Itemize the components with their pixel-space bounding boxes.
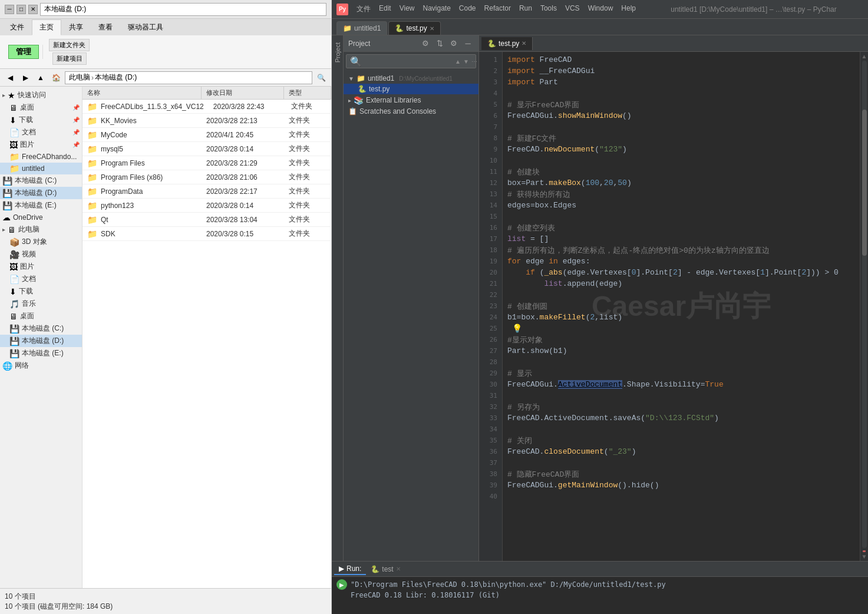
code-line bbox=[503, 390, 860, 401]
search-options-icon[interactable]: ⋯ bbox=[471, 58, 477, 65]
sidebar-item-downloads[interactable]: ⬇ 下载 📌 bbox=[0, 114, 82, 126]
up-button[interactable]: ▲ bbox=[34, 71, 47, 84]
project-settings-btn[interactable]: ⚙ bbox=[420, 38, 431, 49]
code-line: FreeCADGui.showMainWindow() bbox=[503, 110, 860, 121]
ribbon-new-item-btn[interactable]: 新建项目 bbox=[52, 52, 87, 65]
bulb-icon[interactable]: 💡 bbox=[512, 323, 522, 334]
project-sort-btn[interactable]: ⇅ bbox=[434, 38, 445, 49]
quick-access-btn[interactable]: ─ bbox=[5, 5, 14, 14]
sidebar-item-video[interactable]: 🎥 视频 bbox=[0, 248, 82, 260]
file-row[interactable]: 📁 python123 2020/3/28 0:14 文件夹 bbox=[82, 199, 331, 213]
home-button[interactable]: 🏠 bbox=[49, 71, 62, 84]
ribbon-tab-home[interactable]: 主页 bbox=[32, 19, 61, 35]
scroll-thumb[interactable] bbox=[862, 110, 867, 256]
scroll-track[interactable] bbox=[862, 61, 867, 548]
editor-tab-testpy[interactable]: 🐍 test.py ✕ bbox=[481, 37, 533, 50]
sidebar-item-e2[interactable]: 💾 本地磁盘 (E:) bbox=[0, 347, 82, 359]
search-down-icon[interactable]: ▼ bbox=[463, 58, 469, 65]
address-bar[interactable]: 此电脑 › 本地磁盘 (D:) bbox=[65, 71, 312, 84]
sidebar-item-freecad[interactable]: 📁 FreeCADhando... bbox=[0, 151, 82, 163]
run-test-close[interactable]: ✕ bbox=[396, 566, 401, 572]
scroll-up-arrow[interactable]: ▲ bbox=[862, 53, 867, 60]
search-button[interactable]: 🔍 bbox=[315, 71, 328, 84]
run-tab-run[interactable]: ▶ Run: bbox=[334, 563, 366, 575]
run-tab-test[interactable]: 🐍 test ✕ bbox=[366, 564, 405, 575]
sidebar-item-desktop2[interactable]: 🖥 桌面 bbox=[0, 310, 82, 322]
onedrive-icon: ☁ bbox=[2, 213, 11, 222]
search-up-icon[interactable]: ▲ bbox=[455, 58, 461, 65]
file-row[interactable]: 📁 Program Files (x86) 2020/3/28 21:06 文件… bbox=[82, 170, 331, 184]
file-row[interactable]: 📁 Program Files 2020/3/28 21:29 文件夹 bbox=[82, 156, 331, 170]
file-row[interactable]: 📁 FreeCADLibs_11.5.3_x64_VC12 2020/3/28 … bbox=[82, 100, 331, 114]
proj-item-external-libs[interactable]: ▸ 📚 External Libraries bbox=[344, 94, 478, 106]
ribbon-tab-file[interactable]: 文件 bbox=[2, 19, 32, 35]
sidebar-item-music[interactable]: 🎵 音乐 bbox=[0, 298, 82, 310]
menu-vcs[interactable]: VCS bbox=[562, 3, 583, 15]
sidebar-item-network[interactable]: 🌐 网络 bbox=[0, 359, 82, 372]
sidebar-item-quick-access[interactable]: ▸ ★ 快速访问 bbox=[0, 89, 82, 101]
project-vertical-label[interactable]: Project bbox=[333, 38, 342, 67]
sidebar-item-3d[interactable]: 📦 3D 对象 bbox=[0, 236, 82, 248]
col-date[interactable]: 修改日期 bbox=[202, 87, 284, 99]
sidebar-item-docs2[interactable]: 📄 文档 bbox=[0, 273, 82, 285]
ide-tab-untitled[interactable]: 📁 untitled1 bbox=[336, 21, 387, 35]
sidebar-item-drive-d[interactable]: 💾 本地磁盘 (D:) bbox=[0, 187, 82, 199]
project-minimize-btn[interactable]: ─ bbox=[462, 38, 474, 49]
menu-code[interactable]: Code bbox=[456, 3, 480, 15]
ribbon-tab-view[interactable]: 查看 bbox=[91, 19, 120, 35]
menu-help[interactable]: Help bbox=[618, 3, 639, 15]
sidebar-item-thispc[interactable]: ▸ 🖥 此电脑 bbox=[0, 223, 82, 236]
tab-close-icon[interactable]: ✕ bbox=[430, 25, 434, 32]
file-row[interactable]: 📁 MyCode 2020/4/1 20:45 文件夹 bbox=[82, 128, 331, 142]
sidebar-item-d2[interactable]: 💾 本地磁盘 (D:) bbox=[0, 335, 82, 347]
sidebar-item-pics[interactable]: 🖼 图片 📌 bbox=[0, 138, 82, 151]
sidebar-item-onedrive[interactable]: ☁ OneDrive bbox=[0, 212, 82, 223]
ribbon-tab-drive[interactable]: 驱动器工具 bbox=[120, 19, 171, 35]
menu-file[interactable]: 文件 bbox=[353, 3, 374, 15]
file-row[interactable]: 📁 KK_Movies 2020/3/28 22:13 文件夹 bbox=[82, 114, 331, 128]
back-button[interactable]: ◀ bbox=[4, 71, 16, 84]
menu-view[interactable]: View bbox=[396, 3, 418, 15]
menu-navigate[interactable]: Navigate bbox=[419, 3, 454, 15]
menu-refactor[interactable]: Refactor bbox=[481, 3, 514, 15]
code-content[interactable]: Caesar卢尚宇 import FreeCADimport __FreeCAD… bbox=[503, 52, 860, 561]
sidebar-item-pics2[interactable]: 🖼 图片 bbox=[0, 260, 82, 273]
ribbon-new-folder-btn[interactable]: 新建文件夹 bbox=[49, 39, 90, 51]
project-gear-btn[interactable]: ⚙ bbox=[448, 38, 460, 49]
forward-button[interactable]: ▶ bbox=[19, 71, 32, 84]
menu-edit[interactable]: Edit bbox=[375, 3, 395, 15]
menu-run[interactable]: Run bbox=[516, 3, 536, 15]
file-type: 文件夹 bbox=[284, 144, 331, 154]
proj-item-testpy[interactable]: 🐍 test.py bbox=[344, 84, 478, 94]
col-type[interactable]: 类型 bbox=[284, 87, 331, 99]
menu-tools[interactable]: Tools bbox=[537, 3, 560, 15]
ide-tab-testpy[interactable]: 🐍 test.py ✕ bbox=[388, 21, 440, 35]
sidebar-item-dl2[interactable]: ⬇ 下载 bbox=[0, 285, 82, 298]
editor-tab-close-icon[interactable]: ✕ bbox=[522, 40, 526, 47]
sidebar-item-drive-e[interactable]: 💾 本地磁盘 (E:) bbox=[0, 199, 82, 212]
sidebar-item-desktop[interactable]: 🖥 桌面 📌 bbox=[0, 101, 82, 114]
line-number: 40 bbox=[479, 491, 502, 502]
ribbon-tab-share[interactable]: 共享 bbox=[61, 19, 91, 35]
file-row[interactable]: 📁 ProgramData 2020/3/28 22:17 文件夹 bbox=[82, 184, 331, 199]
sidebar-item-docs[interactable]: 📄 文档 📌 bbox=[0, 126, 82, 138]
run-play-button[interactable]: ▶ bbox=[336, 579, 347, 590]
file-row[interactable]: 📁 Qt 2020/3/28 13:04 文件夹 bbox=[82, 213, 331, 227]
scroll-down-arrow[interactable]: ▼ bbox=[862, 553, 867, 560]
close-btn-fe[interactable]: ✕ bbox=[28, 5, 38, 14]
col-name[interactable]: 名称 bbox=[82, 87, 202, 99]
proj-item-untitled[interactable]: ▼ 📁 untitled1 D:\MyCode\untitled1 bbox=[344, 73, 478, 84]
proj-item-scratches[interactable]: 📋 Scratches and Consoles bbox=[344, 106, 478, 117]
project-search-input[interactable] bbox=[364, 57, 453, 65]
menu-window[interactable]: Window bbox=[585, 3, 617, 15]
file-row[interactable]: 📁 SDK 2020/3/28 0:15 文件夹 bbox=[82, 227, 331, 241]
ribbon-manage-btn[interactable]: 管理 bbox=[8, 45, 39, 59]
sidebar-item-c2[interactable]: 💾 本地磁盘 (C:) bbox=[0, 322, 82, 335]
ribbon-group-new: 新建文件夹 新建项目 bbox=[45, 39, 93, 65]
pycharm-logo: Py bbox=[336, 4, 348, 15]
restore-btn[interactable]: □ bbox=[16, 5, 26, 14]
code-line: FreeCAD.newDocument("123") bbox=[503, 144, 860, 155]
file-row[interactable]: 📁 mysql5 2020/3/28 0:14 文件夹 bbox=[82, 142, 331, 156]
sidebar-item-drive-c[interactable]: 💾 本地磁盘 (C:) bbox=[0, 174, 82, 187]
sidebar-item-untitled[interactable]: 📁 untitled bbox=[0, 163, 82, 174]
